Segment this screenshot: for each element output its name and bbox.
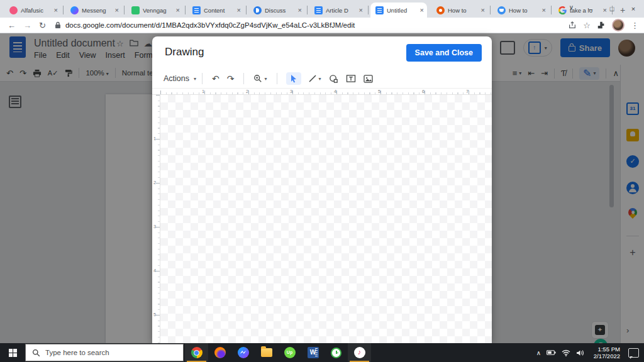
tab-messenger[interactable]: Messeng × bbox=[65, 3, 122, 18]
wifi-icon[interactable] bbox=[562, 349, 570, 356]
drawing-toolbar: Actions ▾ ↶ ↷ ▾ ▾ bbox=[152, 69, 492, 88]
drawing-dialog: Drawing Save and Close Actions ▾ ↶ ↷ ▾ ▾ bbox=[152, 36, 492, 343]
tab-close-icon[interactable]: × bbox=[541, 6, 547, 14]
reload-icon[interactable]: ↻ bbox=[39, 21, 46, 30]
shape-tool-icon[interactable] bbox=[329, 74, 338, 84]
ruler-number: 6 bbox=[422, 89, 425, 94]
tab-close-icon[interactable]: × bbox=[236, 6, 242, 14]
tab-search-chevron-icon[interactable]: ∨ bbox=[569, 4, 574, 11]
window-maximize-button[interactable]: □ bbox=[601, 5, 623, 13]
tab-label: Messeng bbox=[82, 7, 111, 14]
tab-how-to-1[interactable]: How to × bbox=[431, 3, 488, 18]
taskbar-itunes-icon[interactable]: ♪ bbox=[348, 343, 371, 362]
taskbar-firefox-icon[interactable] bbox=[208, 343, 231, 362]
url-box[interactable]: docs.google.com/document/d/1MBA2qdx3bVYx… bbox=[55, 21, 568, 29]
save-and-close-button[interactable]: Save and Close bbox=[406, 44, 482, 62]
chevron-down-icon: ▾ bbox=[264, 76, 267, 82]
tray-clock[interactable]: 1:55 PM 2/17/2022 bbox=[590, 346, 620, 359]
insert-image-icon[interactable] bbox=[364, 75, 373, 83]
tab-content[interactable]: Content × bbox=[187, 3, 244, 18]
ruler-number: 1 bbox=[153, 136, 156, 141]
window-minimize-button[interactable]: – bbox=[580, 5, 601, 13]
ruler-number: 2 bbox=[153, 180, 156, 185]
text-box-tool-icon[interactable] bbox=[346, 74, 356, 83]
taskbar-chrome-icon[interactable] bbox=[185, 343, 208, 362]
google-docs-icon bbox=[314, 6, 323, 14]
google-docs-icon bbox=[375, 6, 384, 14]
ruler-number: 5 bbox=[378, 89, 380, 94]
share-page-icon[interactable] bbox=[568, 21, 577, 30]
drawing-dialog-title: Drawing bbox=[165, 46, 204, 58]
back-icon[interactable]: ← bbox=[8, 21, 16, 30]
tab-how-to-2[interactable]: How to × bbox=[492, 3, 549, 18]
browser-profile-avatar[interactable] bbox=[612, 19, 625, 31]
tab-label: Discuss bbox=[265, 7, 294, 14]
chevron-down-icon: ▾ bbox=[194, 76, 196, 82]
select-tool-icon[interactable] bbox=[286, 72, 301, 85]
window-controls: – □ × bbox=[580, 0, 644, 18]
zoom-tool-icon[interactable]: ▾ bbox=[253, 74, 267, 83]
tab-close-icon[interactable]: × bbox=[53, 6, 58, 14]
tab-label: Venngag bbox=[143, 7, 172, 14]
divider bbox=[243, 73, 244, 84]
windows-taskbar: Type here to search Up W ♪ ∧ 1:55 PM 2/1… bbox=[0, 343, 644, 362]
alfafusion-icon bbox=[9, 6, 18, 14]
d-blue-icon bbox=[497, 6, 506, 14]
taskbar-timer-icon[interactable] bbox=[325, 343, 348, 362]
tray-date: 2/17/2022 bbox=[590, 353, 620, 359]
drawing-canvas[interactable] bbox=[160, 95, 492, 343]
battery-icon[interactable] bbox=[547, 349, 556, 356]
volume-icon[interactable] bbox=[576, 349, 584, 356]
line-tool-icon[interactable]: ▾ bbox=[308, 74, 321, 83]
url-text: docs.google.com/document/d/1MBA2qdx3bVYx… bbox=[65, 21, 355, 29]
tab-close-icon[interactable]: × bbox=[480, 6, 486, 14]
lock-icon bbox=[55, 21, 61, 29]
taskbar-apps: Up W ♪ bbox=[185, 343, 371, 362]
vertical-ruler: 1 2 3 4 5 bbox=[152, 95, 160, 343]
google-docs-icon bbox=[192, 6, 201, 14]
tab-article[interactable]: Article D × bbox=[309, 3, 366, 18]
taskbar-upwork-icon[interactable]: Up bbox=[278, 343, 301, 362]
ruler-number: 4 bbox=[153, 268, 156, 273]
windows-logo-icon bbox=[9, 349, 17, 357]
search-placeholder: Type here to search bbox=[45, 349, 109, 356]
taskbar-file-explorer-icon[interactable] bbox=[255, 343, 278, 362]
tab-close-icon[interactable]: × bbox=[358, 6, 364, 14]
messenger-icon bbox=[70, 6, 79, 14]
undo-icon[interactable]: ↶ bbox=[212, 74, 219, 84]
browser-address-bar: ← → ↻ docs.google.com/document/d/1MBA2qd… bbox=[0, 18, 644, 33]
horizontal-ruler: 1 2 3 4 5 6 7 bbox=[152, 88, 492, 95]
tab-label: Article D bbox=[326, 7, 355, 14]
ruler-number: 3 bbox=[153, 224, 156, 229]
window-close-button[interactable]: × bbox=[623, 5, 644, 13]
taskbar-search-input[interactable]: Type here to search bbox=[25, 344, 184, 361]
tab-label: Content bbox=[204, 7, 233, 14]
tab-close-icon[interactable]: × bbox=[175, 6, 180, 14]
taskbar-word-icon[interactable]: W bbox=[301, 343, 325, 362]
ruler-number: 3 bbox=[290, 89, 292, 94]
tray-expand-icon[interactable]: ∧ bbox=[536, 349, 541, 356]
tab-untitled-active[interactable]: Untitled × bbox=[370, 3, 427, 18]
drawing-dialog-header: Drawing Save and Close bbox=[152, 36, 492, 69]
taskbar-messenger-icon[interactable] bbox=[231, 343, 255, 362]
tab-venngage[interactable]: Venngag × bbox=[126, 3, 183, 18]
actions-label: Actions bbox=[164, 74, 189, 83]
office-icon bbox=[436, 6, 445, 14]
screen: Alfafusic × Messeng × Venngag × Content … bbox=[0, 0, 644, 362]
venngage-icon bbox=[131, 6, 140, 14]
search-icon bbox=[32, 349, 40, 357]
tab-alfafusion[interactable]: Alfafusic × bbox=[4, 3, 61, 18]
tab-close-icon[interactable]: × bbox=[297, 6, 303, 14]
actions-menu[interactable]: Actions ▾ bbox=[164, 74, 196, 83]
tab-discuss[interactable]: Discuss × bbox=[248, 3, 305, 18]
extensions-icon[interactable] bbox=[597, 21, 606, 30]
forward-icon[interactable]: → bbox=[23, 21, 31, 30]
redo-icon[interactable]: ↷ bbox=[227, 74, 235, 84]
tab-close-icon[interactable]: × bbox=[419, 6, 425, 14]
chevron-down-icon: ▾ bbox=[319, 76, 321, 82]
tab-close-icon[interactable]: × bbox=[114, 6, 119, 14]
action-center-icon[interactable] bbox=[628, 348, 639, 358]
start-button[interactable] bbox=[0, 343, 25, 362]
browser-menu-icon[interactable]: ⋮ bbox=[631, 21, 639, 30]
bookmark-star-icon[interactable]: ☆ bbox=[583, 21, 591, 30]
